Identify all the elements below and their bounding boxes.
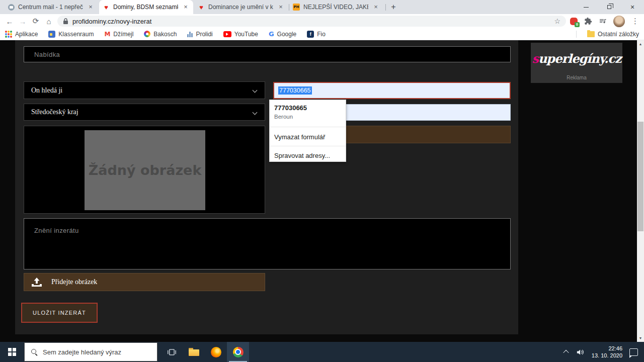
bookmark-dzimejl[interactable]: M Džímejl [104, 31, 133, 38]
upload-image-button[interactable]: Přidejte obrázek [24, 273, 265, 291]
scrollbar-thumb[interactable] [637, 122, 643, 231]
upload-button-label: Přidejte obrázek [51, 278, 97, 286]
task-view-button[interactable] [160, 342, 183, 362]
back-button[interactable]: ← [3, 17, 16, 26]
minimize-button[interactable] [575, 0, 598, 14]
youtube-icon [223, 31, 231, 37]
search-icon [31, 348, 38, 355]
bookmark-google[interactable]: G Google [269, 30, 296, 38]
save-advert-button[interactable]: ULOŽIT INZERÁT [21, 303, 98, 323]
bookmark-klassenraum[interactable]: Klassenraum [48, 31, 94, 38]
ad-banner[interactable]: superlegíny.cz Reklama [531, 43, 622, 83]
autofill-dropdown: 777030665 Beroun Vymazat formulář Spravo… [269, 100, 346, 162]
bookmarks-bar: Aplikace Klassenraum M Džímejl Bakosch P… [0, 28, 644, 40]
autofill-suggestion-value[interactable]: 777030665 [274, 104, 307, 112]
description-textarea[interactable]: Znění inzerátu [24, 218, 511, 269]
bookmark-label: Aplikace [15, 31, 38, 38]
scroll-up-arrow-icon[interactable]: ▲ [637, 42, 644, 46]
heart-favicon-icon: ♥ [198, 4, 205, 11]
gmail-icon: M [104, 31, 110, 38]
manage-addresses-item[interactable]: Spravovat adresy... [274, 152, 330, 159]
bookmark-star-icon[interactable]: ☆ [554, 17, 560, 25]
chrome-icon [233, 347, 244, 357]
phone-input[interactable]: 777030665 [273, 82, 511, 99]
tab-separator [289, 4, 289, 11]
other-bookmarks-button[interactable]: Ostatní záložky [587, 31, 639, 38]
bookmark-fio[interactable]: f Fio [307, 31, 326, 38]
system-tray: 22:46 13. 10. 2020 [564, 345, 644, 359]
bookmark-bakosch[interactable]: Bakosch [144, 31, 177, 38]
bookmark-aplikace[interactable]: Aplikace [5, 31, 38, 38]
playlist-extension-icon[interactable] [599, 17, 607, 25]
page-scrollbar[interactable]: ▲ ▼ [637, 40, 644, 342]
speaker-icon[interactable] [575, 348, 585, 356]
offer-title-input[interactable]: Nabídka [24, 46, 511, 62]
tab-separator [385, 4, 386, 11]
tab-centrum-mail[interactable]: Centrum mail - 1 nepřečtená zpr × [4, 0, 98, 14]
page-viewport: Nabídka On hledá ji 777030665 Středočesk… [0, 40, 644, 342]
tab-strip: Centrum mail - 1 nepřečtená zpr × ♥ Domi… [0, 0, 644, 14]
taskbar-search-input[interactable]: Sem zadejte hledaný výraz [24, 342, 157, 361]
bookmark-label: Fio [317, 31, 326, 38]
firefox-button[interactable] [205, 342, 227, 362]
region-select[interactable]: Středočeský kraj [24, 104, 265, 121]
tab-dominy-active[interactable]: ♥ Dominy, BDSM seznamka | profi × [99, 0, 193, 14]
dropdown-separator [270, 146, 346, 146]
close-icon[interactable]: × [182, 3, 190, 11]
dropdown-separator [270, 127, 346, 127]
url-text: profidominy.cz/novy-inzerat [72, 18, 151, 25]
clock-date: 13. 10. 2020 [592, 352, 622, 359]
tab-title: NEJLEPŠÍ VIDEO, JAKÉ JSTE KDY [303, 4, 368, 11]
bookmark-label: Klassenraum [58, 31, 94, 38]
restore-button[interactable] [598, 0, 621, 14]
reload-button[interactable]: ⟳ [29, 17, 42, 26]
restore-icon [607, 5, 611, 9]
forward-button[interactable]: → [16, 17, 29, 26]
taskbar-clock[interactable]: 22:46 13. 10. 2020 [592, 345, 622, 359]
profile-avatar[interactable] [613, 16, 625, 27]
scroll-down-arrow-icon[interactable]: ▼ [637, 336, 644, 340]
close-icon[interactable]: × [372, 3, 380, 11]
bookmark-youtube[interactable]: YouTube [223, 31, 258, 38]
tab-video[interactable]: PH NEJLEPŠÍ VIDEO, JAKÉ JSTE KDY × [289, 0, 383, 14]
ph-favicon-icon: PH [293, 4, 300, 11]
chrome-button-active[interactable] [227, 342, 249, 362]
firefox-icon [211, 347, 221, 357]
chrome-menu-icon[interactable]: ⋮ [631, 17, 639, 26]
hidden-icons-chevron-icon[interactable] [563, 350, 569, 355]
browser-toolbar: ← → ⟳ ⌂ profidominy.cz/novy-inzerat ☆ 0 … [0, 14, 644, 28]
clock-time: 22:46 [592, 345, 622, 352]
extensions-puzzle-icon[interactable] [584, 17, 592, 25]
heart-favicon-icon: ♥ [103, 4, 110, 11]
close-icon[interactable]: × [277, 3, 285, 11]
close-icon[interactable]: × [87, 3, 95, 11]
fio-icon: f [307, 31, 314, 38]
start-button[interactable] [0, 342, 24, 362]
clear-form-item[interactable]: Vymazat formulář [274, 133, 325, 141]
tab-title: Dominance je umění v kontrole a [208, 4, 273, 11]
other-bookmarks-label: Ostatní záložky [598, 31, 639, 38]
bookmark-prolidi[interactable]: Prolidi [187, 31, 212, 38]
category-select-value: On hledá ji [31, 86, 62, 95]
autofill-suggestion-detail[interactable]: Beroun [274, 114, 293, 120]
close-window-button[interactable]: × [621, 0, 644, 14]
no-image-placeholder: Žádný obrázek [85, 130, 205, 210]
bookmark-label: YouTube [234, 31, 258, 38]
description-placeholder: Znění inzerátu [34, 227, 79, 234]
action-center-icon[interactable] [629, 348, 638, 356]
google-icon: G [269, 30, 274, 38]
file-explorer-icon [189, 348, 199, 356]
extensions-row: 0 ⋮ [570, 16, 644, 27]
file-explorer-button[interactable] [183, 342, 205, 362]
home-button[interactable]: ⌂ [42, 17, 55, 26]
address-bar[interactable]: profidominy.cz/novy-inzerat ☆ [57, 16, 566, 27]
category-select[interactable]: On hledá ji [24, 81, 265, 99]
tab-title: Centrum mail - 1 nepřečtená zpr [18, 4, 83, 11]
adblock-extension-icon[interactable]: 0 [570, 18, 578, 25]
tab-dominance[interactable]: ♥ Dominance je umění v kontrole a × [194, 0, 288, 14]
color-wheel-icon [144, 31, 150, 37]
chevron-down-icon [253, 88, 258, 93]
extension-badge: 0 [575, 22, 580, 27]
ad-brand-rest: uperlegíny.cz [538, 51, 621, 66]
new-tab-button[interactable]: + [388, 2, 398, 12]
